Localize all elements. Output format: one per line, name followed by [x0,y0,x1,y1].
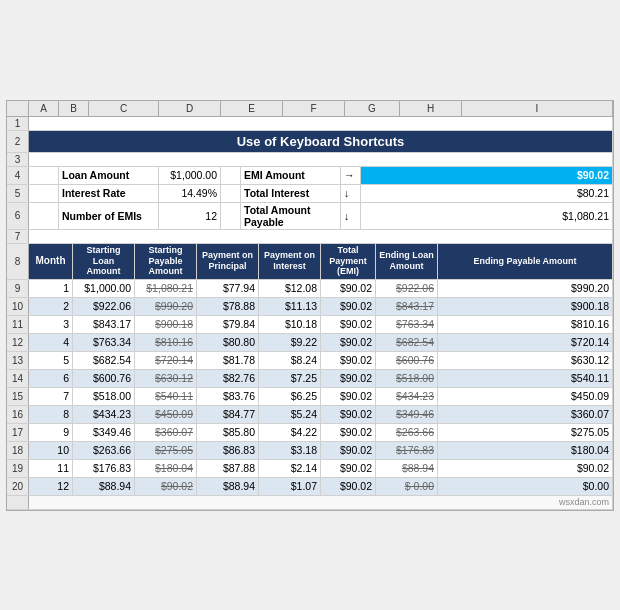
cell-pay-prin: $83.76 [197,388,259,405]
cell-end-pay: $0.00 [438,478,613,495]
cell-total: $90.02 [321,316,376,333]
rownum-12: 12 [7,334,29,351]
cell-start-pay: $1,080.21 [135,280,197,297]
emi-amount-label: EMI Amount [241,167,341,184]
cell-start-loan: $600.76 [73,370,135,387]
row3-empty [29,153,613,166]
cell-pay-int: $11.13 [259,298,321,315]
num-emis-value[interactable]: 12 [159,203,221,229]
cell-end-loan: $88.94 [376,460,438,477]
total-interest-value[interactable]: $80.21 [361,185,613,202]
num-emis-label: Number of EMIs [59,203,159,229]
rownum-8: 8 [7,244,29,279]
cell-end-loan: $434.23 [376,388,438,405]
spreadsheet: A B C D E F G H I 1 2 Use of Keyboard Sh… [6,100,614,511]
row7-empty [29,230,613,243]
rownum-16: 16 [7,406,29,423]
th-total-payment: Total Payment (EMI) [321,244,376,279]
rownum-19: 19 [7,460,29,477]
cell-pay-prin: $78.88 [197,298,259,315]
total-interest-label: Total Interest [241,185,341,202]
row-5: 5 Interest Rate 14.49% Total Interest ↓ … [7,185,613,203]
th-payment-interest: Payment on Interest [259,244,321,279]
cell-start-loan: $263.66 [73,442,135,459]
cell-end-loan: $843.17 [376,298,438,315]
col-header-a: A [29,101,59,116]
loan-amount-label: Loan Amount [59,167,159,184]
th-ending-payable: Ending Payable Amount [438,244,613,279]
r4-gap1 [221,167,241,184]
cell-end-pay: $360.07 [438,406,613,423]
cell-start-pay: $540.11 [135,388,197,405]
cell-total: $90.02 [321,334,376,351]
cell-start-pay: $720.14 [135,352,197,369]
table-row: 12 4 $763.34 $810.16 $80.80 $9.22 $90.02… [7,334,613,352]
th-payment-principal: Payment on Principal [197,244,259,279]
cell-end-pay: $810.16 [438,316,613,333]
r6-gap1 [221,203,241,229]
cell-start-loan: $682.54 [73,352,135,369]
r5-arrow2: ↓ [341,185,361,202]
rownum-20: 20 [7,478,29,495]
interest-rate-value[interactable]: 14.49% [159,185,221,202]
row-4: 4 Loan Amount $1,000.00 EMI Amount → $90… [7,167,613,185]
r6-a [29,203,59,229]
row-3: 3 [7,153,613,167]
col-header-i: I [462,101,613,116]
cell-end-loan: $ 0.00 [376,478,438,495]
cell-end-loan: $349.46 [376,406,438,423]
cell-month: 11 [29,460,73,477]
cell-start-loan: $349.46 [73,424,135,441]
cell-end-loan: $600.76 [376,352,438,369]
row-8-header: 8 Month Starting Loan Amount Starting Pa… [7,244,613,280]
th-starting-loan: Starting Loan Amount [73,244,135,279]
rownum-15: 15 [7,388,29,405]
cell-start-loan: $843.17 [73,316,135,333]
cell-pay-prin: $87.88 [197,460,259,477]
row-7: 7 [7,230,613,244]
cell-month: 4 [29,334,73,351]
cell-pay-int: $5.24 [259,406,321,423]
cell-pay-int: $3.18 [259,442,321,459]
cell-end-pay: $540.11 [438,370,613,387]
title-cell: Use of Keyboard Shortcuts [29,131,613,152]
cell-end-loan: $263.66 [376,424,438,441]
row1-empty [29,117,613,130]
col-header-e: E [221,101,283,116]
col-header-d: D [159,101,221,116]
cell-pay-int: $2.14 [259,460,321,477]
cell-start-pay: $450.09 [135,406,197,423]
cell-month: 9 [29,424,73,441]
cell-pay-int: $6.25 [259,388,321,405]
row-1: 1 [7,117,613,131]
cell-end-pay: $720.14 [438,334,613,351]
interest-rate-label: Interest Rate [59,185,159,202]
cell-total: $90.02 [321,424,376,441]
loan-amount-value[interactable]: $1,000.00 [159,167,221,184]
cell-month: 2 [29,298,73,315]
cell-start-loan: $88.94 [73,478,135,495]
emi-amount-value[interactable]: $90.02 [361,167,613,184]
cell-pay-prin: $80.80 [197,334,259,351]
cell-start-pay: $990.20 [135,298,197,315]
table-row: 18 10 $263.66 $275.05 $86.83 $3.18 $90.0… [7,442,613,460]
cell-pay-int: $7.25 [259,370,321,387]
col-header-g: G [345,101,400,116]
cell-end-pay: $90.02 [438,460,613,477]
cell-end-loan: $922.06 [376,280,438,297]
cell-pay-prin: $79.84 [197,316,259,333]
cell-end-loan: $518.00 [376,370,438,387]
r6-arrow3: ↓ [341,203,361,229]
rownum-7: 7 [7,230,29,243]
cell-start-pay: $360.07 [135,424,197,441]
cell-total: $90.02 [321,460,376,477]
table-row: 20 12 $88.94 $90.02 $88.94 $1.07 $90.02 … [7,478,613,496]
rownum-9: 9 [7,280,29,297]
total-payable-label: Total Amount Payable [241,203,341,229]
corner-cell [7,101,29,116]
col-header-c: C [89,101,159,116]
th-ending-loan: Ending Loan Amount [376,244,438,279]
cell-month: 12 [29,478,73,495]
cell-total: $90.02 [321,370,376,387]
total-payable-value[interactable]: $1,080.21 [361,203,613,229]
